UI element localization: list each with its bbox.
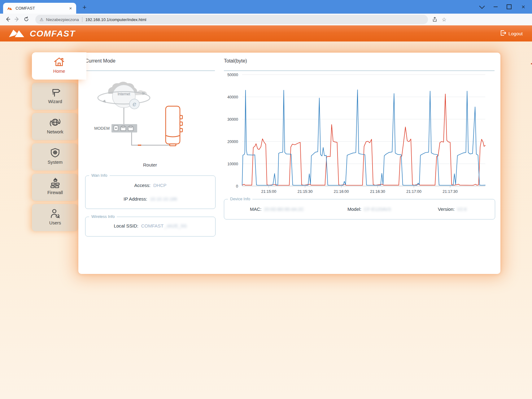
sidebar-item-label: Users xyxy=(49,220,61,225)
network-topology-diagram: Internet e MODEM xyxy=(90,77,192,151)
globe-icon xyxy=(49,116,61,129)
browser-tab[interactable]: COMFAST × xyxy=(3,3,76,14)
mac-label: MAC: xyxy=(250,206,262,212)
svg-text:21:17:00: 21:17:00 xyxy=(406,189,421,194)
wan-info-legend: Wan Info xyxy=(89,173,110,178)
chart-title: Total(byte) xyxy=(224,58,247,64)
not-secure-warning-icon: ⚠ xyxy=(40,17,44,22)
main-card: Current Mode Internet e MODEM xyxy=(78,53,500,274)
svg-text:21:15:30: 21:15:30 xyxy=(298,189,313,194)
sidebar-item-users[interactable]: Users xyxy=(32,204,78,231)
svg-text:40000: 40000 xyxy=(227,95,238,99)
tab-title: COMFAST xyxy=(15,6,68,11)
new-tab-button[interactable]: + xyxy=(80,3,89,12)
user-wrench-icon xyxy=(49,207,61,220)
local-ssid-value-blurred: _4A2E_5G xyxy=(164,223,187,228)
bookmark-star-icon[interactable]: ☆ xyxy=(440,15,448,24)
svg-text:21:15:00: 21:15:00 xyxy=(261,189,277,194)
wan-ip-label: IP Address: xyxy=(124,196,147,202)
address-bar[interactable]: ⚠ Niezabezpieczona 192.168.10.1/computer… xyxy=(35,15,428,24)
internet-e-glyph: e xyxy=(133,100,136,107)
url-text: 192.168.10.1/computer/index.html xyxy=(85,17,146,22)
sidebar-item-label: Wizard xyxy=(48,99,62,104)
security-label: Niezabezpieczona xyxy=(46,17,79,22)
wireless-info-legend: Wireless Info xyxy=(89,214,117,219)
sidebar-item-system[interactable]: System xyxy=(32,143,78,171)
window-chevron-down-icon[interactable] xyxy=(475,0,489,14)
current-mode-divider xyxy=(85,71,215,71)
model-label: Model: xyxy=(347,206,361,212)
address-divider xyxy=(82,17,82,22)
sidebar-item-wizard[interactable]: Wizard xyxy=(32,83,78,110)
comfast-favicon-icon xyxy=(7,6,12,11)
sidebar-item-label: Network xyxy=(47,129,63,134)
browser-tab-strip: COMFAST × + × xyxy=(0,0,532,14)
legend-up[interactable]: •Up xyxy=(528,61,532,66)
wireless-info-box: Wireless Info Local SSID:COMFAST_4A2E_5G xyxy=(85,217,216,236)
cpe-router-device xyxy=(166,106,182,146)
chart-legend: •Up •Down xyxy=(449,61,532,66)
current-mode-title: Current Mode xyxy=(85,58,116,64)
logout-icon xyxy=(500,30,506,37)
sidebar-item-label: System xyxy=(48,160,63,165)
local-ssid-value: COMFAST xyxy=(141,223,164,228)
signpost-icon xyxy=(49,86,61,98)
current-mode-value: Router xyxy=(85,162,215,167)
wan-ip-value: 10.10.10.186 xyxy=(150,196,177,202)
version-label: Version: xyxy=(438,206,455,212)
version-value: V2.6 xyxy=(457,206,467,212)
svg-text:21:16:00: 21:16:00 xyxy=(334,189,349,194)
forward-button[interactable] xyxy=(12,15,22,24)
traffic-line-chart: 0100002000030000400005000021:15:0021:15:… xyxy=(221,71,496,194)
svg-text:21:17:30: 21:17:30 xyxy=(443,189,458,194)
sidebar-item-label: Firewall xyxy=(47,190,63,195)
internet-label: Internet xyxy=(118,92,130,96)
device-info-box: Device Info MAC:20:0D:B0:95:4A:2C Model:… xyxy=(224,199,495,219)
logout-button[interactable]: Logout xyxy=(500,30,523,37)
window-close-icon[interactable]: × xyxy=(517,0,530,14)
model-value: CF-E120AV3 xyxy=(364,206,391,212)
wan-info-box: Wan Info Access:DHCP IP Address:10.10.10… xyxy=(85,176,216,209)
window-maximize-icon[interactable] xyxy=(502,0,516,14)
sidebar-item-label: Home xyxy=(53,69,65,74)
logout-label: Logout xyxy=(508,31,523,36)
wan-access-label: Access: xyxy=(134,183,150,188)
svg-text:0: 0 xyxy=(236,184,238,189)
svg-text:20000: 20000 xyxy=(227,140,238,144)
svg-text:50000: 50000 xyxy=(227,73,238,77)
brand-text: COMFAST xyxy=(30,29,75,39)
comfast-logo-icon xyxy=(8,28,26,40)
share-icon[interactable] xyxy=(430,15,439,24)
up-dot-icon: • xyxy=(531,61,532,66)
browser-window: COMFAST × + × ⚠ Niezabezpieczona 192.168… xyxy=(0,0,532,399)
sidebar-item-firewall[interactable]: Firewall xyxy=(32,174,78,201)
reload-button[interactable] xyxy=(22,15,31,24)
back-button[interactable] xyxy=(3,15,12,24)
svg-text:10000: 10000 xyxy=(227,162,238,166)
modem-label: MODEM xyxy=(94,126,110,131)
svg-text:30000: 30000 xyxy=(227,117,238,122)
app-header: COMFAST Logout xyxy=(0,25,532,41)
wan-access-value: DHCP xyxy=(153,183,167,188)
mac-value: 20:0D:B0:95:4A:2C xyxy=(264,206,304,212)
window-minimize-icon[interactable] xyxy=(489,0,502,14)
shield-gear-icon xyxy=(49,147,61,159)
sidebar-item-network[interactable]: Network xyxy=(32,113,78,140)
comfast-brand: COMFAST xyxy=(8,28,75,40)
svg-text:21:16:30: 21:16:30 xyxy=(370,189,385,194)
browser-toolbar: ⚠ Niezabezpieczona 192.168.10.1/computer… xyxy=(0,14,532,26)
firewall-icon xyxy=(49,177,61,189)
device-info-legend: Device Info xyxy=(228,197,252,201)
local-ssid-label: Local SSID: xyxy=(114,223,138,228)
tab-close-icon[interactable]: × xyxy=(68,5,74,11)
sidebar-item-home[interactable]: Home xyxy=(32,52,86,80)
home-icon xyxy=(53,56,65,68)
